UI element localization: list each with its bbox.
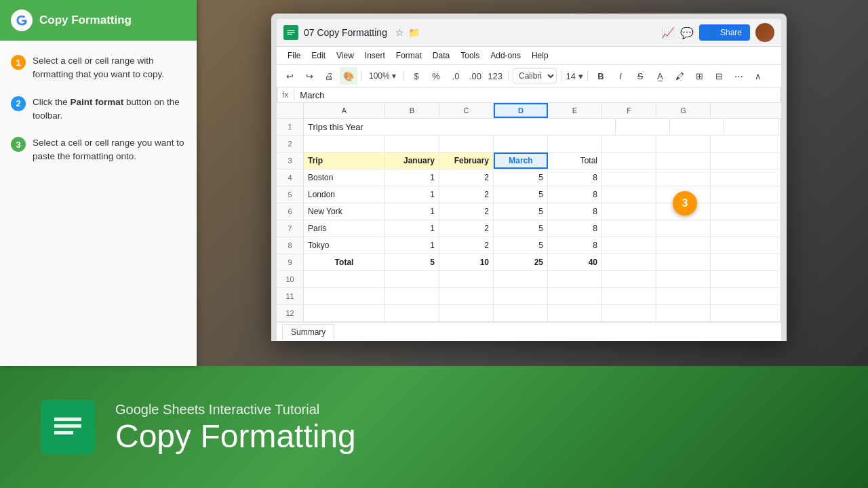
col-header-c[interactable]: C [439,103,494,118]
cell-4e[interactable]: 8 [548,169,602,186]
cell-6d[interactable]: 5 [494,203,548,220]
cell-6f[interactable] [602,203,656,220]
cell-12c[interactable] [439,305,494,321]
chart-icon[interactable]: 📈 [661,26,675,39]
col-header-g[interactable]: G [656,103,711,118]
cell-10g[interactable] [656,271,711,287]
header-january[interactable]: January [385,152,439,169]
header-march[interactable]: March [494,152,548,169]
paint-format-button[interactable]: 🎨 [340,67,357,85]
cell-12g[interactable] [656,305,711,321]
col-header-a[interactable]: A [304,103,385,118]
text-color-button[interactable]: A̲ [651,67,669,85]
cell-7f[interactable] [602,220,656,237]
title-cell[interactable]: Trips this Year [304,119,616,135]
cell-11a[interactable] [304,288,385,304]
cell-6e[interactable]: 8 [548,203,602,220]
cell-11c[interactable] [439,288,494,304]
cell-11e[interactable] [548,288,602,304]
cell-10e[interactable] [548,271,602,287]
col-header-b[interactable]: B [385,103,439,118]
cell-paris[interactable]: Paris [304,220,385,237]
merge-button[interactable]: ⊟ [710,67,728,85]
cell-4g[interactable] [656,169,711,186]
cell-9b[interactable]: 5 [385,254,439,270]
menu-edit[interactable]: Edit [306,48,331,63]
col-header-f[interactable]: F [602,103,656,118]
decimal-up-button[interactable]: .00 [467,67,484,85]
cell-london[interactable]: London [304,186,385,203]
percent-button[interactable]: % [427,67,445,85]
col-header-d[interactable]: D [494,103,548,118]
cell-7b[interactable]: 1 [385,220,439,237]
cell-10d[interactable] [494,271,548,287]
borders-button[interactable]: ⊞ [690,67,708,85]
cell-4b[interactable]: 1 [385,169,439,186]
cell-12e[interactable] [548,305,602,321]
cell-4f[interactable] [602,169,656,186]
redo-button[interactable]: ↪ [300,67,318,85]
cell-7e[interactable]: 8 [548,220,602,237]
cell-8d[interactable]: 5 [494,237,548,253]
cell-9d[interactable]: 25 [494,254,548,270]
strikethrough-button[interactable]: S [631,67,649,85]
more-button[interactable]: ⋯ [730,67,747,85]
cell-9c[interactable]: 10 [439,254,494,270]
cell-10b[interactable] [385,271,439,287]
header-trip[interactable]: Trip [304,152,385,169]
format-number-button[interactable]: 123 [486,67,504,85]
star-icon[interactable]: ☆ [395,27,404,38]
cell-2g[interactable] [656,136,711,152]
cell-12a[interactable] [304,305,385,321]
cell-12d[interactable] [494,305,548,321]
menu-tools[interactable]: Tools [455,48,485,63]
cell-8g[interactable] [656,237,711,253]
cell-8f[interactable] [602,237,656,253]
header-february[interactable]: February [439,152,494,169]
share-button[interactable]: 👤 Share [699,24,750,41]
cell-1e[interactable] [616,119,670,135]
sheet-tab-summary[interactable]: Summary [282,324,334,340]
cell-8c[interactable]: 2 [439,237,494,253]
cell-7g[interactable] [656,220,711,237]
cell-2e[interactable] [548,136,602,152]
cell-2b[interactable] [385,136,439,152]
cell-9f[interactable] [602,254,656,270]
cell-4d[interactable]: 5 [494,169,548,186]
header-f[interactable] [602,152,656,169]
cell-5d[interactable]: 5 [494,186,548,203]
bold-button[interactable]: B [592,67,610,85]
menu-format[interactable]: Format [391,48,427,63]
cell-9e[interactable]: 40 [548,254,602,270]
menu-help[interactable]: Help [526,48,554,63]
collapse-button[interactable]: ∧ [749,67,767,85]
cell-11g[interactable] [656,288,711,304]
col-header-e[interactable]: E [548,103,602,118]
cell-5c[interactable]: 2 [439,186,494,203]
cell-6b[interactable]: 1 [385,203,439,220]
cell-10f[interactable] [602,271,656,287]
menu-addons[interactable]: Add-ons [485,48,526,63]
cell-10a[interactable] [304,271,385,287]
cell-12f[interactable] [602,305,656,321]
cell-2d[interactable] [494,136,548,152]
cell-7d[interactable]: 5 [494,220,548,237]
header-total[interactable]: Total [548,152,602,169]
cell-total-label[interactable]: Total [304,254,385,270]
cell-1f[interactable] [670,119,724,135]
menu-insert[interactable]: Insert [359,48,391,63]
cell-8b[interactable]: 1 [385,237,439,253]
print-button[interactable]: 🖨 [320,67,338,85]
cell-11d[interactable] [494,288,548,304]
folder-icon[interactable]: 📁 [408,27,420,38]
cell-9g[interactable] [656,254,711,270]
cell-10c[interactable] [439,271,494,287]
cell-11f[interactable] [602,288,656,304]
menu-view[interactable]: View [331,48,359,63]
cell-2a[interactable] [304,136,385,152]
cell-7c[interactable]: 2 [439,220,494,237]
highlight-button[interactable]: 🖍 [671,67,688,85]
cell-4c[interactable]: 2 [439,169,494,186]
zoom-dropdown[interactable]: 100% ▾ [366,70,399,82]
cell-newyork[interactable]: New York [304,203,385,220]
